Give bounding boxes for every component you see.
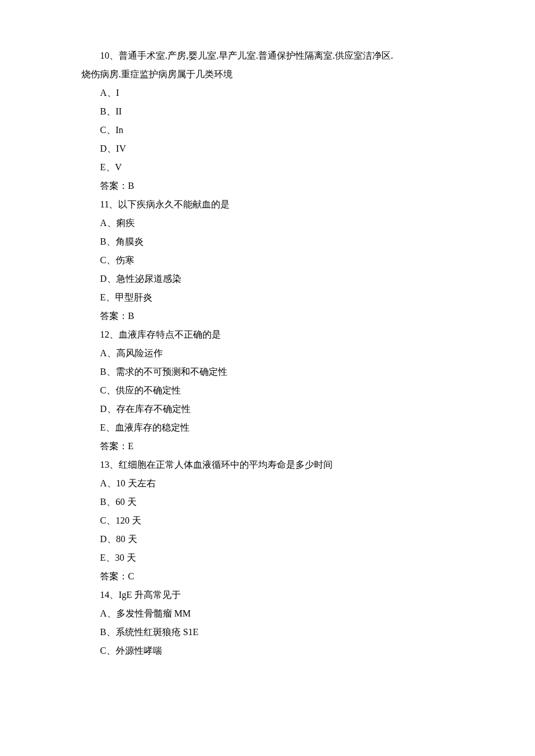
question-11-option-c: C、伤寒	[81, 251, 477, 270]
question-10-option-b: B、II	[81, 102, 477, 121]
question-10-text: 10、普通手术室.产房,婴儿室.早产儿室.普通保护性隔离室.供应室洁净区.	[81, 46, 477, 65]
question-10-option-c: C、In	[81, 121, 477, 139]
question-11-option-d: D、急性泌尿道感染	[81, 270, 477, 288]
question-14-option-b: B、系统性红斑狼疮 S1E	[81, 623, 477, 642]
question-11-option-e: E、甲型肝炎	[81, 288, 477, 307]
question-12-option-a: A、高风险运作	[81, 344, 477, 363]
document-page: 10、普通手术室.产房,婴儿室.早产儿室.普通保护性隔离室.供应室洁净区. 烧伤…	[0, 0, 535, 683]
question-13-option-e: E、30 天	[81, 549, 477, 567]
question-14-option-c: C、外源性哮喘	[81, 642, 477, 660]
question-13-option-c: C、120 天	[81, 511, 477, 530]
question-10-answer: 答案：B	[81, 177, 477, 195]
question-12-text: 12、血液库存特点不正确的是	[81, 325, 477, 344]
question-12-option-c: C、供应的不确定性	[81, 381, 477, 400]
question-12-option-d: D、存在库存不确定性	[81, 400, 477, 418]
question-12-option-e: E、血液库存的稳定性	[81, 418, 477, 437]
question-11-option-a: A、痢疾	[81, 214, 477, 232]
question-13-option-a: A、10 天左右	[81, 474, 477, 493]
question-13-answer: 答案：C	[81, 567, 477, 586]
question-11-option-b: B、角膜炎	[81, 232, 477, 251]
question-11-text: 11、以下疾病永久不能献血的是	[81, 195, 477, 214]
question-12-option-b: B、需求的不可预测和不确定性	[81, 363, 477, 381]
question-14-text: 14、IgE 升高常见于	[81, 586, 477, 604]
question-10-option-a: A、I	[81, 84, 477, 102]
question-13-option-d: D、80 天	[81, 530, 477, 549]
question-12-answer: 答案：E	[81, 437, 477, 456]
question-10-option-e: E、V	[81, 158, 477, 177]
question-14-option-a: A、多发性骨髓瘤 MM	[81, 604, 477, 623]
question-10-option-d: D、IV	[81, 139, 477, 158]
question-13-text: 13、红细胞在正常人体血液循环中的平均寿命是多少时间	[81, 456, 477, 474]
question-11-answer: 答案：B	[81, 307, 477, 325]
question-10-text-cont: 烧伤病房.重症监护病房属于几类环境	[81, 65, 477, 84]
question-13-option-b: B、60 天	[81, 493, 477, 511]
